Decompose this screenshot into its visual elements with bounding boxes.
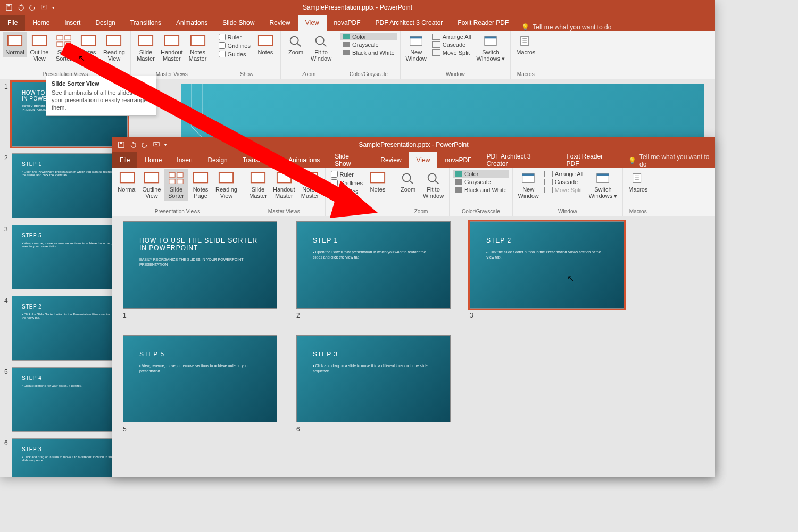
qat-more-icon[interactable]: ▾ (52, 5, 54, 10)
arrange-all-button[interactable]: Arrange All (432, 33, 471, 40)
switch-windows-button[interactable]: SwitchWindows ▾ (475, 32, 508, 64)
cascade-button[interactable]: Cascade (432, 41, 471, 48)
ruler-checkbox[interactable]: Ruler (219, 33, 251, 41)
tab-novapdf[interactable]: novaPDF (437, 152, 479, 168)
save-icon[interactable] (118, 141, 125, 148)
sorter-slide[interactable]: STEP 2• Click the Slide Sorter button in… (470, 221, 624, 319)
Notes Master-icon (190, 34, 206, 48)
macros-button[interactable]: Macros (626, 169, 650, 195)
gridlines-checkbox[interactable]: Gridlines (219, 41, 251, 49)
ribbon: NormalOutlineViewSlideSorterNotesPageRea… (112, 168, 715, 217)
slide-master-button[interactable]: SlideMaster (134, 32, 157, 64)
arrange-all-button[interactable]: Arrange All (544, 170, 584, 178)
Notes Page-icon (193, 171, 209, 185)
ruler-checkbox[interactable]: Ruler (331, 170, 363, 178)
notes-master-button[interactable]: NotesMaster (186, 32, 210, 64)
sorter-slide[interactable]: STEP 1• Open the PowerPoint presentation… (296, 221, 451, 319)
lightbulb-icon: 💡 (628, 157, 636, 164)
save-icon[interactable] (5, 4, 13, 11)
reading-view-button[interactable]: ReadingView (101, 32, 127, 64)
redo-icon[interactable] (29, 4, 36, 11)
tab-slide-show[interactable]: Slide Show (215, 15, 262, 31)
slide-master-button[interactable]: SlideMaster (246, 169, 270, 201)
fit-to-window-button[interactable]: Fit toWindow (421, 169, 446, 201)
tab-review[interactable]: Review (262, 15, 297, 31)
move-split-button[interactable]: Move Split (544, 186, 584, 194)
slide-sorter-button[interactable]: SlideSorter (164, 169, 188, 201)
tell-me-search[interactable]: 💡Tell me what you want to do (521, 23, 611, 31)
undo-icon[interactable] (129, 141, 137, 148)
zoom-button[interactable]: Zoom (284, 32, 307, 57)
tab-view[interactable]: View (409, 152, 438, 168)
sorter-slide[interactable]: STEP 3• Click and drag on a slide to mov… (296, 335, 451, 433)
new-window-button[interactable]: NewWindow (516, 169, 541, 201)
tab-transitions[interactable]: Transitions (123, 15, 169, 31)
tab-pdf-architect-3-creator[interactable]: PDF Architect 3 Creator (368, 15, 451, 31)
svg-rect-43 (177, 173, 183, 177)
new-window-button[interactable]: NewWindow (404, 32, 429, 64)
cascade-button[interactable]: Cascade (544, 178, 584, 186)
tab-foxit-reader-pdf[interactable]: Foxit Reader PDF (559, 152, 624, 168)
normal-button[interactable]: Normal (115, 169, 139, 195)
color-button[interactable]: Color (340, 33, 396, 40)
tab-pdf-architect-3-creator[interactable]: PDF Architect 3 Creator (479, 152, 559, 168)
notes-page-button[interactable]: NotesPage (189, 169, 212, 201)
color-button[interactable]: Color (453, 170, 509, 178)
tab-novapdf[interactable]: novaPDF (327, 15, 368, 31)
move-split-button[interactable]: Move Split (432, 49, 471, 56)
switch-windows-button[interactable]: SwitchWindows ▾ (587, 169, 620, 201)
Normal-icon (119, 171, 135, 185)
tab-animations[interactable]: Animations (169, 15, 215, 31)
gridlines-checkbox[interactable]: Gridlines (331, 179, 363, 187)
svg-rect-63 (522, 174, 535, 176)
qat-more-icon[interactable]: ▾ (164, 143, 167, 147)
svg-line-26 (322, 44, 326, 47)
Outline View-icon (31, 34, 47, 48)
zoom-button[interactable]: Zoom (396, 169, 420, 195)
tab-home[interactable]: Home (25, 15, 57, 31)
notes-button[interactable]: Notes (254, 32, 277, 57)
grayscale-button[interactable]: Grayscale (343, 41, 394, 48)
switch-icon (595, 171, 611, 185)
black-and-white-button[interactable]: Black and White (455, 186, 506, 194)
undo-icon[interactable] (17, 4, 24, 11)
normal-button[interactable]: Normal (3, 32, 27, 57)
tab-foxit-reader-pdf[interactable]: Foxit Reader PDF (450, 15, 516, 31)
tab-insert[interactable]: Insert (169, 152, 200, 168)
new-window-icon (520, 171, 536, 185)
slide-sorter-button[interactable]: SlideSorter (52, 32, 76, 64)
tab-design[interactable]: Design (200, 152, 235, 168)
sorter-slide[interactable]: STEP 5• View, rename, move, or remove se… (123, 335, 277, 433)
tab-animations[interactable]: Animations (281, 152, 327, 168)
notes-master-button[interactable]: NotesMaster (298, 169, 322, 201)
tab-insert[interactable]: Insert (57, 15, 88, 31)
tell-me-search[interactable]: 💡Tell me what you want to do (628, 153, 715, 168)
tab-review[interactable]: Review (373, 152, 409, 168)
slide-sorter-area[interactable]: HOW TO USE THE SLIDE SORTER IN POWERPOIN… (112, 216, 715, 477)
redo-icon[interactable] (141, 141, 148, 148)
guides-checkbox[interactable]: Guides (331, 187, 363, 195)
start-slideshow-icon[interactable] (40, 4, 48, 11)
grayscale-button[interactable]: Grayscale (455, 178, 506, 186)
black-and-white-button[interactable]: Black and White (343, 49, 394, 56)
svg-rect-21 (259, 36, 272, 46)
tab-slide-show[interactable]: Slide Show (327, 152, 373, 168)
sorter-slide[interactable]: HOW TO USE THE SLIDE SORTER IN POWERPOIN… (123, 221, 277, 319)
start-slideshow-icon[interactable] (153, 141, 160, 148)
handout-master-button[interactable]: HandoutMaster (271, 169, 297, 201)
guides-checkbox[interactable]: Guides (219, 50, 251, 58)
outline-view-button[interactable]: OutlineView (140, 169, 163, 201)
tab-home[interactable]: Home (137, 152, 169, 168)
outline-view-button[interactable]: OutlineView (28, 32, 51, 64)
fit-to-window-button[interactable]: Fit toWindow (309, 32, 334, 64)
notes-button[interactable]: Notes (366, 169, 389, 195)
tab-design[interactable]: Design (88, 15, 122, 31)
macros-button[interactable]: Macros (514, 32, 537, 57)
handout-master-button[interactable]: HandoutMaster (159, 32, 185, 64)
tab-view[interactable]: View (298, 15, 327, 31)
Handout Master-icon (164, 34, 180, 48)
tab-transitions[interactable]: Transitions (235, 152, 281, 168)
tab-file[interactable]: File (112, 152, 137, 168)
tab-file[interactable]: File (0, 15, 25, 31)
reading-view-button[interactable]: ReadingView (213, 169, 239, 201)
